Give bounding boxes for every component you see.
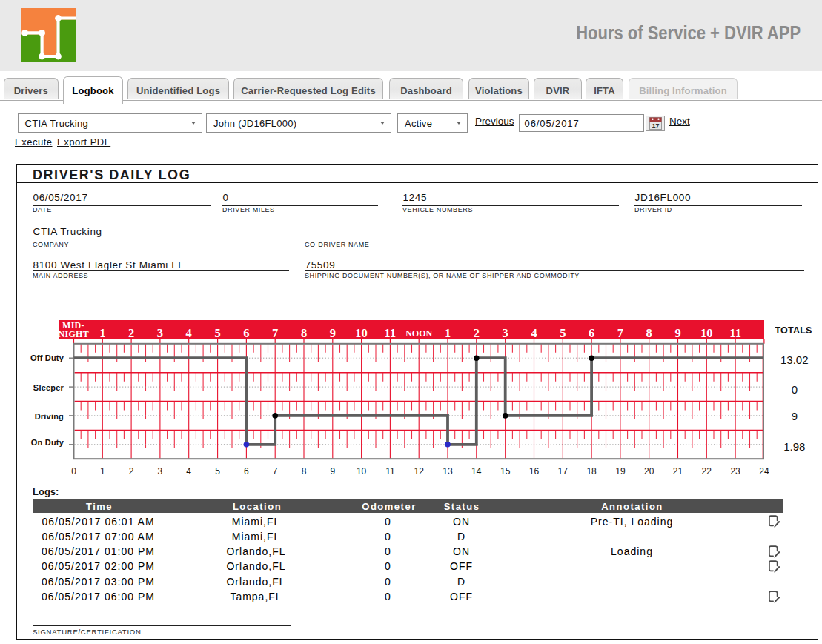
svg-text:8: 8 [301,326,307,340]
svg-text:1: 1 [99,326,105,340]
svg-text:9: 9 [330,326,336,340]
svg-text:1: 1 [100,466,105,477]
svg-text:5: 5 [560,326,566,340]
svg-text:6: 6 [589,326,594,340]
svg-text:10: 10 [357,466,367,477]
svg-text:2: 2 [128,326,134,340]
svg-text:13: 13 [443,466,453,477]
svg-text:2: 2 [129,466,134,477]
svg-text:12: 12 [414,466,425,477]
svg-text:10: 10 [355,326,368,340]
svg-text:3: 3 [503,326,508,340]
svg-text:10: 10 [700,326,713,340]
svg-text:11: 11 [385,326,397,340]
svg-text:9: 9 [674,326,680,340]
svg-text:3: 3 [158,466,163,477]
svg-text:4: 4 [531,326,537,340]
svg-text:NOON: NOON [405,328,432,339]
svg-text:15: 15 [500,466,511,477]
svg-text:19: 19 [615,466,626,477]
svg-text:5: 5 [214,326,220,340]
svg-text:0: 0 [71,466,76,477]
svg-text:23: 23 [730,466,740,477]
svg-text:2: 2 [474,326,480,340]
svg-text:9: 9 [330,466,335,477]
svg-text:24: 24 [759,466,769,477]
svg-text:17: 17 [558,466,569,477]
svg-text:11: 11 [385,466,395,477]
svg-text:3: 3 [157,326,163,340]
svg-text:NIGHT: NIGHT [59,329,89,339]
svg-text:7: 7 [272,326,278,340]
svg-text:5: 5 [215,466,220,477]
svg-text:6: 6 [244,466,249,477]
svg-text:16: 16 [529,466,540,477]
svg-text:17: 17 [652,122,659,130]
svg-text:4: 4 [186,326,192,340]
svg-text:18: 18 [586,466,597,477]
svg-text:7: 7 [617,326,623,340]
svg-text:20: 20 [644,466,654,477]
svg-text:7: 7 [273,466,278,477]
svg-text:4: 4 [186,466,191,477]
svg-text:11: 11 [729,326,741,340]
svg-text:8: 8 [302,466,307,477]
svg-text:8: 8 [646,326,652,340]
svg-text:1: 1 [445,326,451,340]
svg-text:22: 22 [702,466,712,477]
svg-text:14: 14 [471,466,482,477]
svg-text:6: 6 [243,326,249,340]
svg-text:21: 21 [673,466,683,477]
